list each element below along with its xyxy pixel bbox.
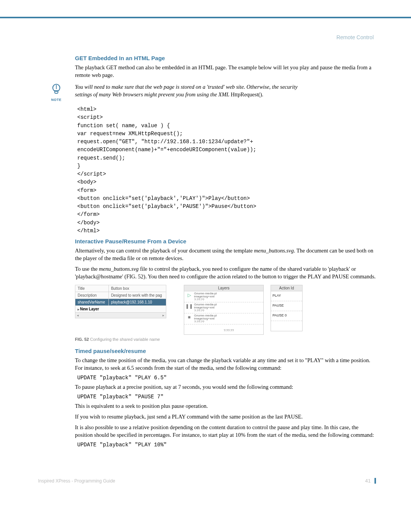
- new-layer-row: ▹ New Layer: [75, 306, 166, 313]
- note-italic-text: You will need to make sure that the web …: [75, 84, 298, 97]
- action-row: PLAY: [271, 291, 302, 301]
- action-row: PAUSE 0: [271, 311, 302, 321]
- scrollbar-mimic: ◂ ▸: [75, 313, 166, 318]
- new-layer-label: New Layer: [80, 307, 99, 311]
- layers-panel: Layers ▷ Gnome-media-pl image/svg+xml ?:…: [184, 285, 264, 335]
- action-header: Action Id: [271, 285, 302, 291]
- heading-interactive-pause: Interactive Pause/Resume From a Device: [75, 238, 376, 244]
- layer-text: Gnome-media-pl image/svg+xml ?:??:??: [194, 302, 263, 313]
- filename-italic: menu_buttons.svg: [99, 266, 139, 272]
- svg-point-2: [56, 85, 57, 86]
- prop-value: Button box: [108, 285, 166, 292]
- paragraph: To change the time position of the media…: [75, 356, 376, 372]
- prop-label: sharedVarName: [75, 299, 109, 306]
- header-section-label: Remote Control: [38, 34, 376, 40]
- stop-icon: ■: [184, 315, 194, 323]
- paragraph: It is also possible to use a relative po…: [75, 423, 376, 439]
- action-id-panel: Action Id PLAY PAUSE PAUSE 0: [271, 285, 303, 331]
- layer-text: Gnome-media-pl image/svg+xml ?:??:??: [194, 313, 263, 324]
- code-line: UPDATE "playback" "PLAY 10%": [77, 442, 376, 448]
- lightbulb-icon: [50, 83, 63, 96]
- paragraph: To pause playback at a precise position,…: [75, 383, 376, 391]
- code-block-html-example: <html> <script> function set( name, valu…: [77, 105, 376, 235]
- table-row: Title Button box: [75, 285, 166, 292]
- paragraph: If you wish to resume playback, just sen…: [75, 413, 376, 420]
- action-row: PAUSE: [271, 301, 302, 311]
- page-footer: Inspired XPress - Programming Guide 41: [38, 478, 376, 484]
- action-row: [271, 321, 302, 331]
- main-content: GET Embedded In an HTML Page The playbac…: [75, 55, 376, 448]
- layers-header: Layers: [184, 285, 263, 291]
- play-icon: ▷: [184, 292, 194, 301]
- prop-value: playback@192.168.1.10: [108, 299, 166, 306]
- heading-timed-pause: Timed pause/seek/resume: [75, 348, 376, 354]
- paragraph: Alternatively, you can control the playb…: [75, 247, 376, 262]
- figure-caption-text: Configuring the shared variable name: [89, 337, 160, 342]
- code-line: UPDATE "playback" "PAUSE 7": [77, 394, 376, 400]
- scroll-left-icon: ◂: [77, 313, 79, 317]
- text-run: Alternatively, you can control the playb…: [75, 248, 254, 254]
- pause-icon: ❚❚: [184, 304, 194, 312]
- layer-text: ?:??:??: [194, 326, 263, 333]
- paragraph: The playback GET method can also be embe…: [75, 64, 376, 79]
- paragraph: This is equivalent to a seek to position…: [75, 402, 376, 410]
- note-label: NOTE: [48, 98, 65, 102]
- code-line: UPDATE "playback" "PLAY 6.5": [77, 375, 376, 381]
- footer-left-text: Inspired XPress - Programming Guide: [38, 478, 115, 484]
- page-number: 41: [365, 478, 376, 484]
- prop-label: Description: [75, 292, 109, 299]
- table-row: Description Designed to work with the pa…: [75, 292, 166, 299]
- text-run: To use the: [75, 266, 99, 272]
- document-page: Remote Control GET Embedded In an HTML P…: [0, 17, 411, 497]
- note-text: You will need to make sure that the web …: [65, 83, 309, 102]
- prop-value: Designed to work with the pag: [108, 292, 166, 299]
- figure-number: FIG. 52: [75, 337, 89, 342]
- scroll-right-icon: ▸: [162, 313, 164, 317]
- properties-panel: Title Button box Description Designed to…: [75, 285, 166, 318]
- layer-text: Gnome-media-pl image/svg+xml ?:??:??: [194, 291, 263, 302]
- note-tail: HttpRequest().: [231, 91, 263, 97]
- filename-italic: menu_buttons.svg: [254, 248, 294, 254]
- heading-get-embedded: GET Embedded In an HTML Page: [75, 55, 376, 61]
- figure-caption: FIG. 52 Configuring the shared variable …: [75, 337, 376, 342]
- layer-row: ▷ Gnome-media-pl image/svg+xml ?:??:??: [184, 291, 263, 302]
- figure-52: Title Button box Description Designed to…: [75, 285, 376, 342]
- layer-row: ■ Gnome-media-pl image/svg+xml ?:??:??: [184, 313, 263, 324]
- paragraph: To use the menu_buttons.svg file to cont…: [75, 265, 376, 280]
- note-block: NOTE You will need to make sure that the…: [48, 83, 376, 102]
- layer-row: ?:??:??: [184, 324, 263, 334]
- prop-label: Title: [75, 285, 109, 292]
- properties-table: Title Button box Description Designed to…: [75, 285, 166, 306]
- layer-row: ❚❚ Gnome-media-pl image/svg+xml ?:??:??: [184, 302, 263, 313]
- note-icon-wrap: NOTE: [48, 83, 65, 102]
- table-row-selected: sharedVarName playback@192.168.1.10: [75, 299, 166, 306]
